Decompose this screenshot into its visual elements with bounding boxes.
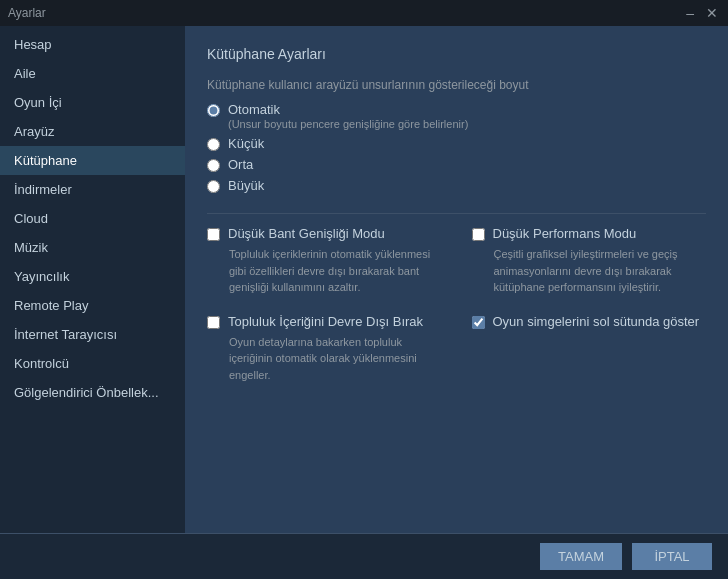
- content-area: Kütüphane Ayarları Kütüphane kullanıcı a…: [185, 26, 728, 533]
- radio-orta[interactable]: [207, 159, 220, 172]
- title-bar-controls: – ✕: [684, 6, 720, 20]
- checkbox-item-dusuk-bant: Düşük Bant Genişliği ModuTopluluk içerik…: [207, 226, 442, 296]
- close-button[interactable]: ✕: [704, 6, 720, 20]
- radio-kucuk[interactable]: [207, 138, 220, 151]
- sidebar-item-internet-tarayicisi[interactable]: İnternet Tarayıcısı: [0, 320, 185, 349]
- sidebar-item-yayincilik[interactable]: Yayıncılık: [0, 262, 185, 291]
- checkbox-header-oyun-simgeleri: Oyun simgelerini sol sütunda göster: [472, 314, 707, 329]
- sidebar-item-hesap[interactable]: Hesap: [0, 30, 185, 59]
- checkbox-dusuk-performans[interactable]: [472, 228, 485, 241]
- radio-label-kucuk: Küçük: [228, 136, 264, 151]
- title-bar-title: Ayarlar: [8, 6, 46, 20]
- checkbox-label-dusuk-performans: Düşük Performans Modu: [493, 226, 637, 241]
- ui-size-label: Kütüphane kullanıcı arayüzü unsurlarının…: [207, 78, 706, 92]
- radio-item-orta: Orta: [207, 157, 706, 172]
- radio-label-buyuk: Büyük: [228, 178, 264, 193]
- sidebar-item-arayuz[interactable]: Arayüz: [0, 117, 185, 146]
- checkbox-desc-dusuk-performans: Çeşitli grafiksel iyileştirmeleri ve geç…: [472, 246, 707, 296]
- sidebar-item-kontrolcu[interactable]: Kontrolcü: [0, 349, 185, 378]
- sidebar-item-oyun-ici[interactable]: Oyun İçi: [0, 88, 185, 117]
- sidebar: HesapAileOyun İçiArayüzKütüphaneİndirmel…: [0, 26, 185, 533]
- title-bar: Ayarlar – ✕: [0, 0, 728, 26]
- main-area: HesapAileOyun İçiArayüzKütüphaneİndirmel…: [0, 26, 728, 533]
- radio-item-kucuk: Küçük: [207, 136, 706, 151]
- checkbox-desc-dusuk-bant: Topluluk içeriklerinin otomatik yüklenme…: [207, 246, 442, 296]
- checkbox-desc-topluluk-devre-disi: Oyun detaylarına bakarken topluluk içeri…: [207, 334, 442, 384]
- sidebar-item-indirmeler[interactable]: İndirmeler: [0, 175, 185, 204]
- size-radio-group: Otomatik(Unsur boyutu pencere genişliğin…: [207, 102, 706, 193]
- radio-sublabel-otomatik: (Unsur boyutu pencere genişliğine göre b…: [228, 118, 468, 130]
- sidebar-item-golgelendirici[interactable]: Gölgelendirici Önbellek...: [0, 378, 185, 407]
- radio-otomatik[interactable]: [207, 104, 220, 117]
- checkbox-header-dusuk-performans: Düşük Performans Modu: [472, 226, 707, 241]
- checkbox-item-dusuk-performans: Düşük Performans ModuÇeşitli grafiksel i…: [472, 226, 707, 296]
- ok-button[interactable]: TAMAM: [540, 543, 622, 570]
- checkbox-item-topluluk-devre-disi: Topluluk İçeriğini Devre Dışı BırakOyun …: [207, 314, 442, 384]
- sidebar-item-aile[interactable]: Aile: [0, 59, 185, 88]
- checkbox-label-topluluk-devre-disi: Topluluk İçeriğini Devre Dışı Bırak: [228, 314, 423, 329]
- sidebar-item-kutuphane[interactable]: Kütüphane: [0, 146, 185, 175]
- checkbox-oyun-simgeleri[interactable]: [472, 316, 485, 329]
- checkbox-topluluk-devre-disi[interactable]: [207, 316, 220, 329]
- checkbox-label-oyun-simgeleri: Oyun simgelerini sol sütunda göster: [493, 314, 700, 329]
- cancel-button[interactable]: İPTAL: [632, 543, 712, 570]
- radio-buyuk[interactable]: [207, 180, 220, 193]
- checkbox-dusuk-bant[interactable]: [207, 228, 220, 241]
- section-title: Kütüphane Ayarları: [207, 46, 706, 62]
- footer: TAMAM İPTAL: [0, 533, 728, 579]
- radio-label-orta: Orta: [228, 157, 253, 172]
- checkbox-header-topluluk-devre-disi: Topluluk İçeriğini Devre Dışı Bırak: [207, 314, 442, 329]
- sidebar-item-remote-play[interactable]: Remote Play: [0, 291, 185, 320]
- radio-item-otomatik: Otomatik(Unsur boyutu pencere genişliğin…: [207, 102, 706, 130]
- radio-label-otomatik: Otomatik: [228, 102, 468, 117]
- sidebar-item-muzik[interactable]: Müzik: [0, 233, 185, 262]
- checkbox-grid: Düşük Bant Genişliği ModuTopluluk içerik…: [207, 226, 706, 383]
- checkbox-header-dusuk-bant: Düşük Bant Genişliği Modu: [207, 226, 442, 241]
- sidebar-item-cloud[interactable]: Cloud: [0, 204, 185, 233]
- divider: [207, 213, 706, 214]
- minimize-button[interactable]: –: [684, 6, 696, 20]
- checkbox-item-oyun-simgeleri: Oyun simgelerini sol sütunda göster: [472, 314, 707, 384]
- checkbox-label-dusuk-bant: Düşük Bant Genişliği Modu: [228, 226, 385, 241]
- radio-item-buyuk: Büyük: [207, 178, 706, 193]
